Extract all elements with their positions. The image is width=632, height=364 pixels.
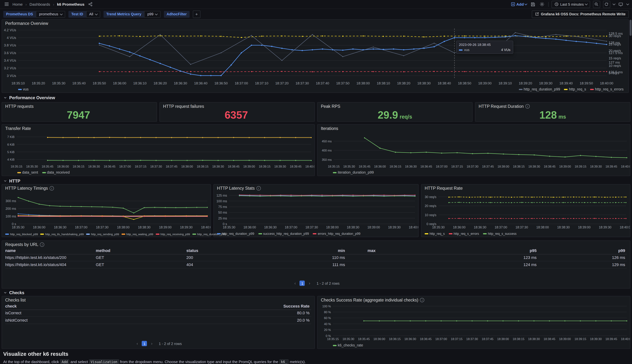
x-axis-label: 18:36:15: [73, 165, 84, 168]
zoom-out-icon[interactable]: [593, 0, 600, 8]
info-icon[interactable]: [420, 298, 424, 302]
x-axis-label: 18:35:30: [343, 165, 355, 168]
info-icon[interactable]: [40, 242, 44, 247]
variable-trend-metrics-query[interactable]: Trend Metrics Query p99: [104, 10, 161, 17]
toolbar-collapse-chevron[interactable]: [626, 2, 629, 5]
column-header[interactable]: method: [96, 248, 186, 253]
panel-title[interactable]: HTTP request failures: [163, 104, 204, 108]
series-errors_http_req_duration_p99: [239, 195, 415, 195]
legend-swatch: [564, 88, 568, 90]
panel-title[interactable]: HTTP requests: [5, 104, 34, 108]
refresh-interval-chevron[interactable]: [613, 2, 615, 5]
legend-item[interactable]: http_req_s_errors: [449, 232, 479, 236]
menu-icon[interactable]: [3, 1, 10, 8]
variable-test-id[interactable]: Test ID All: [68, 10, 100, 17]
legend-item[interactable]: errors_http_req_duration_p99: [313, 232, 360, 236]
next-page-button[interactable]: ›: [307, 281, 312, 286]
panel-title[interactable]: HTTP Request Rate: [425, 186, 463, 190]
y-axis-label: 3 VUs: [7, 74, 16, 78]
performance-overview-chart[interactable]: 4.2 VUs4 VUs3.8 VUs3.6 VUs3.4 VUs3.2 VUs…: [3, 26, 627, 86]
panel-http-latency-timings: HTTP Latency Timings 300 ms200 ms100 ms0…: [2, 184, 211, 237]
panel-title[interactable]: HTTP Latency Timings: [5, 186, 54, 190]
column-header[interactable]: p99: [539, 248, 627, 253]
x-axis-label: 18:37:30: [515, 226, 528, 229]
column-header[interactable]: max: [347, 248, 378, 253]
legend-item[interactable]: success_http_req_duration_p99: [258, 232, 309, 236]
panel-title[interactable]: Performance Overview: [5, 21, 48, 26]
adhoc-filter[interactable]: AdhocFilter: [164, 10, 189, 17]
section-http[interactable]: HTTP: [3, 178, 20, 183]
legend-item[interactable]: http_req_s: [564, 87, 586, 91]
save-dashboard-icon[interactable]: [530, 1, 536, 8]
code-chip: Visualization: [89, 360, 119, 364]
dashboard-settings-icon[interactable]: [539, 1, 545, 8]
breadcrumb-home[interactable]: Home: [13, 2, 23, 6]
panel-title[interactable]: HTTP Request Duration: [479, 104, 530, 108]
legend-item[interactable]: http_req_sending_p99: [86, 233, 119, 236]
http-latency-timings-chart[interactable]: 300 ms200 ms100 ms0 s18:35:3018:36:0018:…: [3, 191, 210, 230]
panel-title[interactable]: Checks Success Rate (aggregate individua…: [321, 298, 424, 302]
x-axis-label: 18:36:10: [133, 81, 147, 85]
legend-item[interactable]: k6_checks_rate: [333, 343, 363, 347]
info-icon[interactable]: [50, 186, 54, 190]
panel-title[interactable]: Iterations: [321, 126, 338, 131]
panel-title[interactable]: Checks list: [5, 298, 26, 302]
legend-item[interactable]: http_req_duration_p99: [519, 87, 560, 91]
legend-item[interactable]: http_req_receiving_p99: [156, 233, 190, 236]
column-header[interactable]: name: [5, 248, 96, 253]
variable-prometheus-ds[interactable]: Prometheus DS prometheus: [3, 10, 65, 17]
panel-title[interactable]: Transfer Rate: [5, 126, 31, 131]
http-request-rate-chart[interactable]: 30 req/s20 req/s10 req/s0 req/s18:35:301…: [422, 191, 630, 230]
legend-item[interactable]: vus: [18, 87, 29, 91]
x-axis-label: 18:38:15: [513, 337, 524, 340]
docs-link[interactable]: Grafana k6 OSS Docs: Prometheus Remote W…: [532, 10, 629, 18]
x-axis-label: 18:36:30: [404, 337, 416, 340]
legend-item[interactable]: iteration_duration_p99: [333, 170, 374, 174]
info-icon[interactable]: [256, 186, 261, 190]
series-iteration_duration_p99: [364, 138, 627, 158]
refresh-icon[interactable]: [603, 0, 610, 8]
prev-page-button[interactable]: ‹: [292, 281, 298, 286]
column-header[interactable]: status: [186, 248, 299, 253]
share-icon[interactable]: [87, 1, 94, 8]
kiosk-mode-icon[interactable]: [618, 1, 624, 8]
transfer-rate-chart[interactable]: 7 KiB6 KiB5 KiB4 KiB18:35:1518:35:3018:3…: [3, 131, 314, 169]
x-axis-label: 18:36:00: [113, 81, 126, 85]
section-performance-overview[interactable]: Performance Overview: [3, 95, 55, 100]
legend-item[interactable]: http_req_s_errors: [590, 87, 623, 91]
add-filter-button[interactable]: [193, 10, 200, 18]
panel-title[interactable]: Peak RPS: [321, 104, 340, 108]
panel-transfer-rate: Transfer Rate 7 KiB6 KiB5 KiB4 KiB18:35:…: [2, 124, 315, 176]
time-range-picker[interactable]: Last 5 minutes: [551, 0, 590, 8]
x-axis-label: 18:38:20: [397, 81, 410, 85]
column-header[interactable]: Success Rate: [198, 304, 312, 308]
column-header[interactable]: check: [5, 304, 198, 308]
section-checks[interactable]: Checks: [3, 290, 24, 295]
add-button[interactable]: Add: [511, 2, 527, 6]
legend-item[interactable]: http_req_s_success: [483, 232, 517, 236]
legend-item[interactable]: data_sent: [17, 170, 38, 174]
iterations-chart[interactable]: 450 ms400 ms350 ms18:35:1518:35:3018:35:…: [318, 131, 630, 169]
legend-item[interactable]: http_req_waiting_p99: [121, 233, 153, 236]
legend-item[interactable]: data_received: [42, 170, 70, 174]
next-page-button[interactable]: ›: [149, 341, 154, 346]
legend-swatch: [333, 172, 336, 173]
panel-title[interactable]: Requests by URL: [5, 242, 45, 247]
page-button[interactable]: 1: [142, 341, 147, 346]
breadcrumb-dashboards[interactable]: Dashboards: [30, 2, 50, 6]
chevron-down-icon: [3, 96, 7, 100]
page-scrollbar[interactable]: [629, 20, 632, 36]
legend-item[interactable]: http_req_tls_handshaking_p99: [41, 233, 84, 236]
checks-success-rate-chart[interactable]: 100 %80 %60 %40 %20 %0 %18:35:1518:35:30…: [318, 303, 630, 341]
panel-title[interactable]: HTTP Latency Stats: [217, 186, 261, 190]
x-axis-label: 18:38:30: [528, 337, 540, 340]
legend-item[interactable]: http_req_duration_p99: [217, 232, 254, 236]
column-header[interactable]: p95: [378, 248, 539, 253]
column-header[interactable]: min: [299, 248, 347, 253]
legend-item[interactable]: http_req_blocked_p99: [5, 233, 38, 236]
legend-item[interactable]: http_req_s: [425, 232, 445, 236]
http-latency-stats-chart[interactable]: 125 ms100 ms75 ms50 ms25 ms0 s18:35:3018…: [215, 191, 418, 230]
page-button[interactable]: 1: [300, 281, 305, 286]
prev-page-button[interactable]: ‹: [135, 341, 140, 346]
info-icon[interactable]: [525, 104, 530, 108]
